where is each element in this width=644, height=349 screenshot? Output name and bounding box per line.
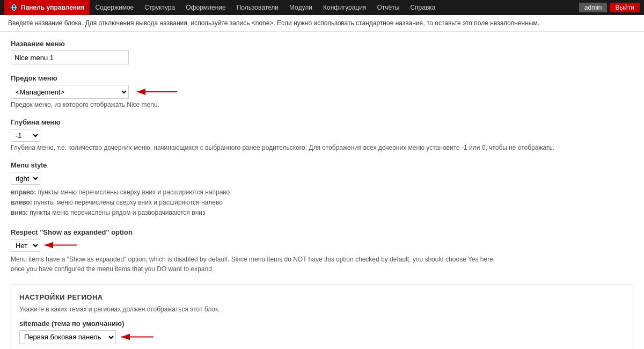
depth-field-group: Глубина меню -1 Глубина меню, т.е. колич… [11, 118, 633, 151]
nav-reports[interactable]: Отчёты [372, 0, 405, 15]
style-opt-left-desc: пункты меню перечислены сверху вниx и ра… [34, 199, 223, 206]
name-input[interactable] [11, 50, 129, 64]
nav-users[interactable]: Пользователи [231, 0, 284, 15]
style-opt-left-label: влево: [11, 199, 32, 206]
nav-help[interactable]: Справка [405, 0, 441, 15]
style-select[interactable]: right [11, 172, 40, 185]
style-opt-right-desc: пункты меню перечислены сверху вниx и ра… [38, 188, 230, 196]
depth-select[interactable]: -1 [11, 129, 40, 142]
respect-label: Respect "Show as expanded" option [11, 228, 633, 236]
respect-select[interactable]: Нет [11, 239, 40, 252]
nav-right: admin Выйти [579, 3, 640, 12]
style-opt-down-label: вниз: [11, 209, 28, 216]
nav-structure[interactable]: Структура [139, 0, 180, 15]
nav-modules[interactable]: Модули [284, 0, 318, 15]
nav-content[interactable]: Содержимое [90, 0, 139, 15]
respect-hint: Menu items have a "Show as expanded" opt… [11, 255, 494, 274]
depth-hint: Глубина меню, т.е. количество дочерних м… [11, 144, 633, 151]
name-label: Название меню [11, 40, 633, 48]
parent-field-group: Предок меню <Management> Предок меню, из… [11, 74, 633, 108]
style-opt-right-label: вправо: [11, 188, 36, 196]
depth-label: Глубина меню [11, 118, 633, 126]
region-settings-box: НАСТРОЙКИ РЕГИОНА Укажите в каких темах … [11, 285, 633, 349]
style-opt-down-desc: пункты меню перечислены рядом и разворач… [30, 209, 205, 216]
admin-button[interactable]: admin [579, 3, 608, 12]
style-options: вправо: пункты меню перечислены сверху в… [11, 187, 633, 219]
respect-field-group: Respect "Show as expanded" option Нет Me… [11, 228, 633, 274]
region-hint: Укажите в каких темах и регионах должен … [19, 306, 625, 313]
parent-label: Предок меню [11, 74, 633, 82]
nav-brand[interactable]: Панель управления [4, 0, 90, 15]
nav-appearance[interactable]: Оформление [180, 0, 231, 15]
style-label: Menu style [11, 161, 633, 169]
region-field-sitemade: sitemade (тема по умолчанию) Первая боко… [19, 319, 625, 344]
style-field-group: Menu style right вправо: пункты меню пер… [11, 161, 633, 219]
main-content: Название меню Предок меню <Management> П… [0, 32, 644, 349]
nav-config[interactable]: Конфигурация [318, 0, 372, 15]
parent-select[interactable]: <Management> [11, 85, 129, 99]
parent-hint: Предок меню, из которого отображать Nice… [11, 101, 633, 108]
nav-left: Панель управления Содержимое Структура О… [4, 0, 441, 15]
respect-arrow-annotation [42, 238, 79, 252]
logout-button[interactable]: Выйти [610, 3, 640, 12]
region-title: НАСТРОЙКИ РЕГИОНА [19, 293, 625, 301]
sitemade-arrow-annotation [119, 330, 156, 344]
name-field-group: Название меню [11, 40, 633, 64]
parent-arrow-annotation [131, 84, 180, 100]
page-hint: Введите название блока. Для отключения в… [0, 15, 644, 32]
region-sitemade-select[interactable]: Первая боковая панель [19, 330, 116, 344]
top-navigation: Панель управления Содержимое Структура О… [0, 0, 644, 15]
region-sitemade-label: sitemade (тема по умолчанию) [19, 319, 625, 328]
